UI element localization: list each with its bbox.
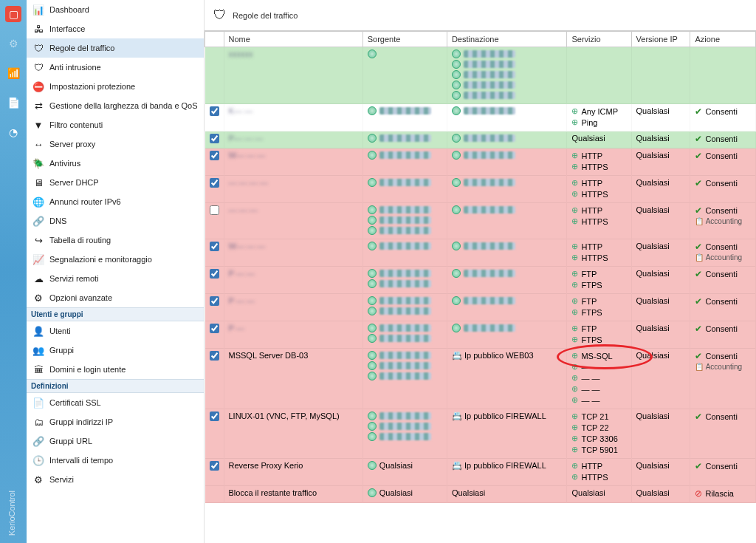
- doc-icon[interactable]: 📄: [5, 95, 21, 111]
- table-row[interactable]: — — — — ⊕ HTTP⊕ HTTPSQualsiasi✔ Consenti: [205, 176, 756, 203]
- column-header[interactable]: Servizio: [567, 32, 631, 47]
- rule-enable-checkbox[interactable]: [210, 324, 219, 333]
- table-row[interactable]: — — — ⊕ HTTP⊕ HTTPSQualsiasi✔ Consenti📋 …: [205, 203, 756, 239]
- column-header[interactable]: Nome: [224, 32, 362, 47]
- cell-name: W— — —: [224, 148, 362, 176]
- sidebar-item[interactable]: 👥Gruppi: [27, 341, 204, 360]
- sidebar-item[interactable]: ▼Filtro contenuti: [27, 115, 204, 134]
- sidebar-item[interactable]: ↪Tabella di routing: [27, 230, 204, 250]
- sidebar-item[interactable]: 🔗Gruppi URL: [27, 431, 204, 451]
- cell-service: ⊕ HTTP⊕ HTTPS: [567, 239, 631, 267]
- rule-enable-checkbox[interactable]: [210, 151, 219, 160]
- rule-enable-checkbox[interactable]: [210, 269, 219, 279]
- cell-source: [362, 239, 447, 267]
- sidebar-item[interactable]: 🏛Domini e login utente: [27, 360, 204, 379]
- page-title-text: Regole del traffico: [233, 11, 298, 20]
- nav-icon: 🌐: [32, 196, 44, 208]
- rule-enable-checkbox[interactable]: [210, 461, 219, 471]
- cell-source: [362, 148, 447, 176]
- sidebar-item[interactable]: 🖧Interfacce: [27, 19, 204, 38]
- column-header[interactable]: Versione IP: [631, 32, 690, 47]
- nav-icon: 📊: [32, 4, 44, 16]
- sidebar-item[interactable]: 🪲Antivirus: [27, 154, 204, 173]
- cell-name: P — —: [224, 267, 362, 294]
- sidebar-item[interactable]: 📄Certificati SSL: [27, 393, 204, 412]
- rule-enable-checkbox[interactable]: [210, 134, 219, 143]
- cell-action: ⊘ Rilascia: [690, 486, 756, 503]
- cell-source: [362, 349, 447, 409]
- cell-service: [567, 47, 631, 104]
- cell-name: K— —: [224, 104, 362, 132]
- cell-ipversion: Qualsiasi: [631, 176, 690, 203]
- cell-ipversion: Qualsiasi: [631, 132, 690, 148]
- cell-action: ✔ Consenti: [690, 459, 756, 486]
- rule-enable-checkbox[interactable]: [210, 242, 219, 251]
- left-rail: ▢ ⚙ 📶 📄 ◔ KerioControl: [0, 0, 27, 543]
- rule-enable-checkbox[interactable]: [210, 205, 219, 215]
- sidebar-item-label: DNS: [49, 216, 66, 225]
- cell-ipversion: Qualsiasi: [631, 203, 690, 239]
- shield-badge-icon[interactable]: ▢: [5, 6, 21, 22]
- table-row[interactable]: LINUX-01 (VNC, FTP, MySQL) 📇 Ip pubblico…: [205, 409, 756, 459]
- cell-source: [362, 132, 447, 148]
- sidebar-item[interactable]: 🌐Annunci router IPv6: [27, 192, 204, 211]
- cell-service: ⊕ HTTP⊕ HTTPS: [567, 459, 631, 486]
- sidebar-section-header: Definizioni: [27, 379, 204, 393]
- table-row[interactable]: Reverse Proxy Kerio Qualsiasi📇 Ip pubbli…: [205, 459, 756, 486]
- sidebar-item[interactable]: 📈Segnalazioni e monitoraggio: [27, 250, 204, 269]
- sidebar-item-label: Servizi: [49, 475, 74, 484]
- cell-destination: 📇 Ip pubblico FIREWALL: [447, 459, 567, 486]
- cell-action: ✔ Consenti: [690, 148, 756, 176]
- column-header[interactable]: Destinazione: [447, 32, 567, 47]
- rule-enable-checkbox[interactable]: [210, 178, 219, 188]
- rules-grid[interactable]: NomeSorgenteDestinazioneServizioVersione…: [205, 30, 756, 543]
- gear-icon[interactable]: ⚙: [5, 35, 21, 52]
- table-row[interactable]: MSSQL Server DB-03 📇 Ip pubblico WEB03⊕ …: [205, 349, 756, 409]
- sidebar-item[interactable]: ⛔Impostazioni protezione: [27, 77, 204, 96]
- sidebar-item[interactable]: ☁Servizi remoti: [27, 269, 204, 288]
- cell-source: Qualsiasi: [362, 486, 447, 503]
- sidebar-item[interactable]: 🗂Gruppi indirizzi IP: [27, 412, 204, 431]
- nav-icon: 🏛: [32, 363, 44, 375]
- table-row[interactable]: Blocca il restante traffico QualsiasiQua…: [205, 486, 756, 503]
- sidebar-item[interactable]: ⇄Gestione della larghezza di banda e QoS: [27, 96, 204, 115]
- rule-enable-checkbox[interactable]: [210, 351, 219, 361]
- table-row[interactable]: W— — — ⊕ HTTP⊕ HTTPSQualsiasi✔ Consenti: [205, 148, 756, 176]
- table-row[interactable]: xxxxxx: [205, 47, 756, 104]
- sidebar-item[interactable]: ↔Server proxy: [27, 134, 204, 154]
- sidebar-item[interactable]: ⚙Opzioni avanzate: [27, 288, 204, 307]
- sidebar-item[interactable]: 🛡Regole del traffico: [27, 38, 204, 58]
- cell-service: ⊕ MS-SQL⊕ — —⊕ — —⊕ — —⊕ — —: [567, 349, 631, 409]
- cell-source: [362, 104, 447, 132]
- sidebar: 📊Dashboard🖧Interfacce🛡Regole del traffic…: [27, 0, 205, 543]
- rule-enable-checkbox[interactable]: [210, 106, 219, 116]
- cell-destination: [447, 176, 567, 203]
- cell-destination: Qualsiasi: [447, 486, 567, 503]
- table-row[interactable]: P — — ⊕ FTP⊕ FTPSQualsiasi✔ Consenti: [205, 267, 756, 294]
- sidebar-item[interactable]: 🕒Intervalli di tempo: [27, 451, 204, 470]
- cell-service: Qualsiasi: [567, 132, 631, 148]
- cell-destination: [447, 132, 567, 148]
- table-row[interactable]: W— — — ⊕ HTTP⊕ HTTPSQualsiasi✔ Consenti📋…: [205, 239, 756, 267]
- nav-icon: ↔: [32, 138, 44, 150]
- stats-icon[interactable]: 📶: [5, 65, 21, 81]
- sidebar-item[interactable]: 🖥Server DHCP: [27, 173, 204, 192]
- column-header[interactable]: Sorgente: [362, 32, 447, 47]
- sidebar-item[interactable]: 👤Utenti: [27, 321, 204, 341]
- table-row[interactable]: P — — ⊕ FTP⊕ FTPSQualsiasi✔ Consenti: [205, 294, 756, 321]
- sidebar-item-label: Segnalazioni e monitoraggio: [49, 255, 152, 264]
- nav-icon: ☁: [32, 273, 44, 284]
- sidebar-item[interactable]: 🛡Anti intrusione: [27, 58, 204, 77]
- sidebar-item[interactable]: 📊Dashboard: [27, 0, 204, 19]
- rule-enable-checkbox[interactable]: [210, 411, 219, 421]
- sidebar-item[interactable]: 🔗DNS: [27, 211, 204, 230]
- table-row[interactable]: K— — ⊕ Any ICMP⊕ PingQualsiasi✔ Consenti: [205, 104, 756, 132]
- column-header[interactable]: Azione: [690, 32, 756, 47]
- table-row[interactable]: P— — — QualsiasiQualsiasi✔ Consenti: [205, 132, 756, 148]
- column-header[interactable]: [205, 32, 224, 47]
- sidebar-item[interactable]: ⚙Servizi: [27, 470, 204, 489]
- table-row[interactable]: P — ⊕ FTP⊕ FTPSQualsiasi✔ Consenti: [205, 321, 756, 349]
- main: 🛡 Regole del traffico NomeSorgenteDestin…: [205, 0, 756, 543]
- rule-enable-checkbox[interactable]: [210, 296, 219, 306]
- pie-icon[interactable]: ◔: [5, 124, 21, 140]
